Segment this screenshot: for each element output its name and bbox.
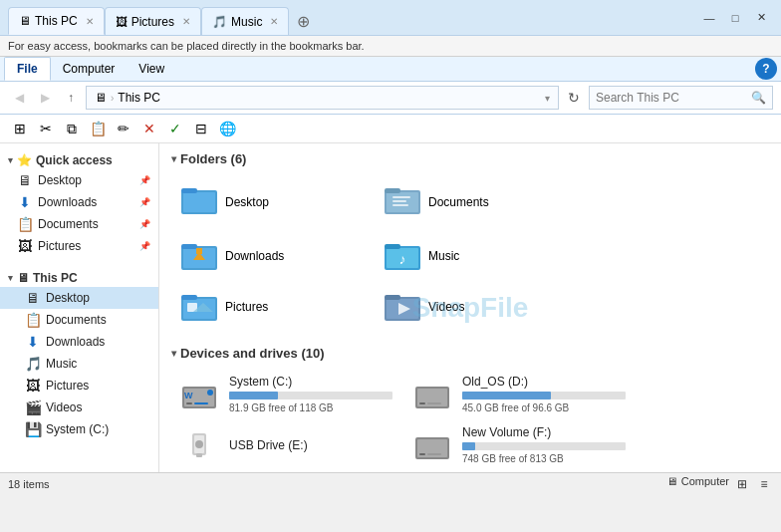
- maximize-button[interactable]: □: [723, 8, 747, 28]
- quick-access-header[interactable]: ▾ ⭐ Quick access: [0, 147, 158, 169]
- search-icon: 🔍: [751, 91, 766, 105]
- view-tiles-button[interactable]: ⊞: [8, 117, 32, 140]
- ribbon-tab-view[interactable]: View: [127, 58, 176, 80]
- folders-collapse-icon: ▾: [171, 153, 176, 164]
- drive-new-volume[interactable]: New Volume (F:) 748 GB free of 813 GB: [404, 421, 634, 468]
- folder-downloads[interactable]: Downloads: [171, 232, 371, 279]
- drive-new-volume-info: New Volume (F:) 748 GB free of 813 GB: [462, 425, 626, 464]
- folder-pictures[interactable]: Pictures: [171, 283, 371, 330]
- sidebar-item-music-pc[interactable]: 🎵 Music: [0, 353, 158, 375]
- drive-usb-icon: [179, 429, 219, 461]
- sidebar-item-desktop-pc-label: Desktop: [46, 291, 90, 305]
- pin-icon-3: 📌: [139, 219, 150, 229]
- tab-this-pc-close[interactable]: ✕: [86, 16, 94, 27]
- tab-music-close[interactable]: ✕: [270, 16, 278, 27]
- sidebar-item-system-pc-label: System (C:): [46, 422, 109, 436]
- pictures-icon-2: 🖼: [24, 378, 42, 394]
- help-button[interactable]: ?: [755, 58, 777, 80]
- sidebar-item-pictures-pc[interactable]: 🖼 Pictures: [0, 375, 158, 397]
- this-pc-icon: 🖥: [17, 271, 29, 285]
- sidebar-item-downloads-pc[interactable]: ⬇ Downloads: [0, 331, 158, 353]
- cut-button[interactable]: ✂: [34, 117, 58, 140]
- sidebar-item-desktop-quick[interactable]: 🖥 Desktop 📌: [0, 169, 158, 191]
- folder-videos-label: Videos: [428, 300, 464, 314]
- minimize-button[interactable]: —: [697, 8, 721, 28]
- tab-this-pc-icon: 🖥: [19, 14, 31, 28]
- address-bar: ◀ ▶ ↑ 🖥 › This PC ▾ ↻ 🔍: [0, 82, 781, 115]
- quick-access-collapse-icon: ▾: [8, 155, 13, 165]
- tab-pictures-close[interactable]: ✕: [182, 16, 190, 27]
- folder-documents[interactable]: Documents: [375, 176, 574, 228]
- drive-system-c-info: System (C:) 81.9 GB free of 118 GB: [229, 375, 392, 413]
- up-button[interactable]: ↑: [60, 87, 82, 109]
- view-list-status-button[interactable]: ≡: [755, 475, 773, 493]
- search-input[interactable]: [596, 91, 747, 105]
- more-button[interactable]: ⊟: [189, 117, 213, 140]
- copy-button[interactable]: ⧉: [60, 117, 84, 140]
- this-pc-header[interactable]: ▾ 🖥 This PC: [0, 265, 158, 287]
- drive-old-os[interactable]: Old_OS (D:) 45.0 GB free of 96.6 GB: [404, 371, 634, 417]
- ribbon-tab-file[interactable]: File: [4, 57, 51, 81]
- quick-access-section: ▾ ⭐ Quick access 🖥 Desktop 📌 ⬇ Downloads…: [0, 143, 158, 261]
- item-count: 18 items: [8, 478, 50, 490]
- sidebar-item-documents-pc[interactable]: 📋 Documents: [0, 309, 158, 331]
- status-right: 🖥 Computer ⊞ ≡: [666, 475, 773, 493]
- sidebar-item-documents-quick[interactable]: 📋 Documents 📌: [0, 213, 158, 235]
- pictures-icon-quick: 🖼: [16, 238, 34, 254]
- sidebar-item-pictures-quick[interactable]: 🖼 Pictures 📌: [0, 235, 158, 257]
- address-path[interactable]: 🖥 › This PC ▾: [86, 86, 559, 110]
- tab-pictures[interactable]: 🖼 Pictures ✕: [105, 7, 201, 35]
- sidebar-item-pictures-pc-label: Pictures: [46, 379, 89, 393]
- path-dropdown-arrow[interactable]: ▾: [545, 93, 550, 104]
- sidebar-item-music-pc-label: Music: [46, 357, 77, 371]
- documents-folder-icon: [385, 182, 420, 222]
- tab-music[interactable]: 🎵 Music ✕: [201, 7, 289, 35]
- rename-button[interactable]: ✏: [112, 117, 135, 140]
- ribbon: File Computer View ?: [0, 57, 781, 82]
- svg-rect-29: [186, 402, 192, 404]
- refresh-button[interactable]: ↻: [563, 87, 585, 109]
- svg-rect-6: [392, 196, 410, 198]
- svg-rect-35: [419, 402, 425, 404]
- view-tiles-status-button[interactable]: ⊞: [733, 475, 751, 493]
- sidebar-item-videos-pc[interactable]: 🎬 Videos: [0, 397, 158, 418]
- forward-button[interactable]: ▶: [34, 87, 56, 109]
- folder-music[interactable]: ♪ Music: [375, 232, 574, 279]
- svg-text:W: W: [184, 391, 193, 400]
- pin-icon-2: 📌: [139, 197, 150, 207]
- close-button[interactable]: ✕: [749, 8, 773, 28]
- drive-new-volume-space: 748 GB free of 813 GB: [462, 453, 626, 464]
- videos-icon: 🎬: [24, 399, 42, 415]
- check-button[interactable]: ✓: [163, 117, 187, 140]
- drives-label: Devices and drives (10): [180, 346, 325, 361]
- computer-icon-status: 🖥: [666, 475, 677, 493]
- sidebar-item-desktop-label: Desktop: [38, 173, 82, 187]
- globe-button[interactable]: 🌐: [215, 117, 239, 140]
- system-drive-icon: 💾: [24, 421, 42, 437]
- drive-new-volume-name: New Volume (F:): [462, 425, 626, 439]
- tab-pictures-icon: 🖼: [116, 15, 128, 29]
- desktop-icon: 🖥: [16, 172, 34, 188]
- sidebar-item-this-pc-selected[interactable]: 🖥 Desktop: [0, 287, 158, 309]
- svg-point-31: [207, 390, 213, 396]
- folders-section-header[interactable]: ▾ Folders (6): [171, 151, 769, 166]
- drive-system-c[interactable]: W System (C:) 81.9 GB free of 118 GB: [171, 371, 400, 417]
- this-pc-label: This PC: [33, 271, 78, 285]
- drive-usb[interactable]: USB Drive (E:): [171, 421, 400, 468]
- drive-usb-name: USB Drive (E:): [229, 438, 392, 452]
- tab-music-label: Music: [231, 15, 262, 29]
- tab-this-pc[interactable]: 🖥 This PC ✕: [8, 7, 105, 35]
- back-button[interactable]: ◀: [8, 87, 30, 109]
- paste-button[interactable]: 📋: [86, 117, 110, 140]
- ribbon-tab-computer[interactable]: Computer: [51, 58, 128, 80]
- folder-desktop[interactable]: Desktop: [171, 176, 371, 228]
- folder-videos[interactable]: Videos: [375, 283, 574, 330]
- drives-section-header[interactable]: ▾ Devices and drives (10): [171, 346, 769, 361]
- sidebar-item-downloads-quick[interactable]: ⬇ Downloads 📌: [0, 191, 158, 213]
- new-tab-button[interactable]: ⊕: [289, 7, 317, 35]
- sidebar-item-system-pc[interactable]: 💾 System (C:): [0, 418, 158, 440]
- folder-pictures-label: Pictures: [225, 300, 268, 314]
- delete-button[interactable]: ✕: [137, 117, 161, 140]
- pictures-folder-icon: [181, 289, 217, 324]
- drive-old-os-bar-bg: [462, 392, 626, 399]
